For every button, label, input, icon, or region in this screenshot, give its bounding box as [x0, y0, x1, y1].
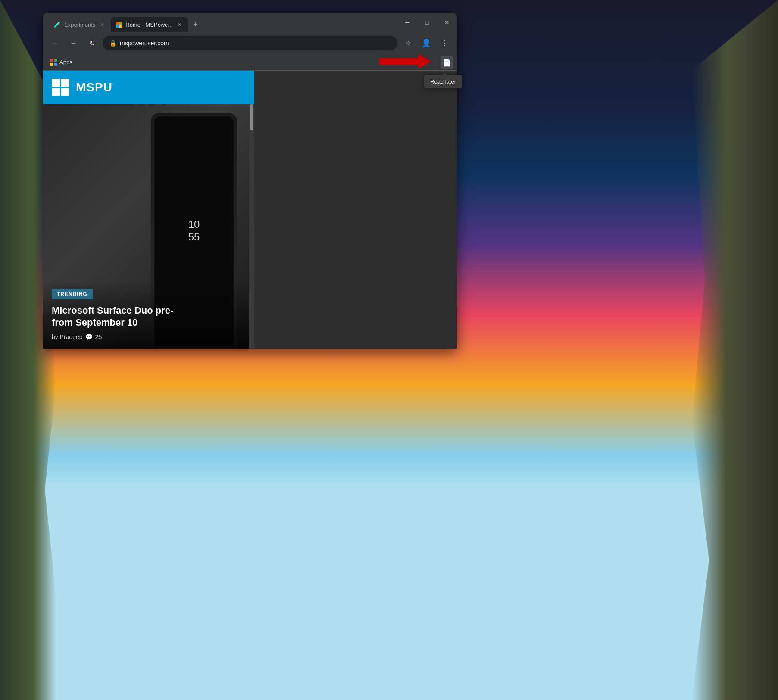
bookmarks-bar: Apps 📄 Read later — [43, 54, 457, 71]
bookmark-star-button[interactable]: ☆ — [401, 36, 416, 50]
title-bar: 🧪 Experiments ✕ Home - MSPowe... ✕ + — [43, 13, 457, 32]
profile-button[interactable]: 👤 — [419, 36, 434, 50]
red-arrow-annotation — [379, 54, 431, 71]
address-bar[interactable]: 🔒 mspoweruser.com — [103, 36, 397, 50]
refresh-icon: ↻ — [89, 39, 95, 47]
phone-hour: 10 — [188, 218, 200, 231]
article-author: by Pradeep — [52, 333, 83, 340]
mspu-windows-logo — [52, 79, 69, 96]
flask-icon: 🧪 — [53, 21, 61, 28]
maximize-button[interactable]: □ — [417, 13, 437, 32]
back-button[interactable]: ← — [48, 36, 63, 50]
apps-grid-icon — [50, 59, 58, 66]
tab-experiments-label: Experiments — [64, 22, 95, 28]
article-overlay: TRENDING Microsoft Surface Duo pre- from… — [43, 280, 254, 349]
refresh-button[interactable]: ↻ — [84, 36, 99, 50]
comment-icon: 💬 — [85, 333, 93, 340]
tabs-container: 🧪 Experiments ✕ Home - MSPowe... ✕ + — [47, 13, 453, 32]
tab-experiments-close[interactable]: ✕ — [99, 21, 106, 28]
trending-badge: TRENDING — [52, 289, 93, 299]
navigation-bar: ← → ↻ 🔒 mspoweruser.com ☆ 👤 ⋮ — [43, 32, 457, 54]
browser-window: 🧪 Experiments ✕ Home - MSPowe... ✕ + — [43, 13, 457, 349]
phone-time-display: 10 55 — [188, 218, 200, 243]
tab-home-mspoweruser[interactable]: Home - MSPowe... ✕ — [111, 17, 188, 32]
site-content: MSPU 10 55 — [43, 71, 254, 349]
windows-icon-tab — [116, 22, 122, 28]
minimize-button[interactable]: ─ — [397, 13, 417, 32]
back-icon: ← — [52, 39, 59, 47]
url-text: mspoweruser.com — [120, 40, 391, 47]
phone-minute: 55 — [188, 231, 200, 243]
read-later-button[interactable]: 📄 Read later — [441, 56, 453, 69]
read-later-icon: 📄 — [443, 59, 451, 67]
web-content-area: MSPU 10 55 — [43, 71, 457, 349]
article-meta: by Pradeep 💬 25 — [52, 333, 246, 340]
close-button[interactable]: ✕ — [437, 13, 457, 32]
forward-button[interactable]: → — [66, 36, 81, 50]
tab-experiments[interactable]: 🧪 Experiments ✕ — [48, 17, 111, 32]
rock-formation-right — [692, 0, 778, 700]
apps-label[interactable]: Apps — [59, 59, 72, 65]
mspu-header: MSPU — [43, 71, 254, 104]
window-controls: ─ □ ✕ — [397, 13, 457, 32]
menu-dots-icon: ⋮ — [441, 39, 448, 47]
close-icon: ✕ — [444, 19, 450, 26]
scrollbar-thumb[interactable] — [250, 104, 253, 130]
profile-icon: 👤 — [422, 38, 431, 48]
new-tab-button[interactable]: + — [188, 17, 203, 32]
star-icon: ☆ — [405, 39, 411, 47]
tab-home-close[interactable]: ✕ — [176, 21, 183, 28]
tab-home-label: Home - MSPowe... — [125, 22, 172, 28]
article-title[interactable]: Microsoft Surface Duo pre- from Septembe… — [52, 305, 246, 329]
new-tab-icon: + — [193, 20, 198, 29]
scrollbar[interactable] — [249, 104, 254, 349]
forward-icon: → — [70, 39, 77, 47]
comment-count: 25 — [95, 333, 102, 340]
svg-marker-0 — [379, 54, 431, 69]
article-card[interactable]: 10 55 TRENDING Microsoft Surface Duo pre… — [43, 104, 254, 349]
browser-menu-button[interactable]: ⋮ — [437, 36, 452, 50]
right-content-area — [254, 71, 457, 349]
minimize-icon: ─ — [405, 19, 409, 26]
mspu-logo-text: MSPU — [76, 81, 112, 94]
maximize-icon: □ — [425, 19, 429, 26]
lock-icon: 🔒 — [109, 40, 116, 47]
